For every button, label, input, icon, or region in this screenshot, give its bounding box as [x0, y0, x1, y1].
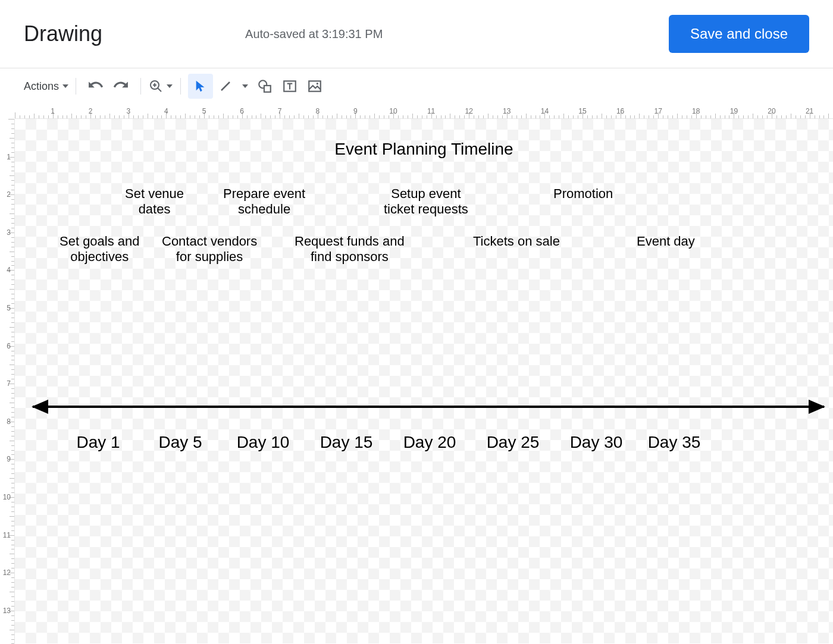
- caret-down-icon: [167, 84, 173, 88]
- redo-icon: [113, 78, 129, 94]
- workspace: 12345678910111213 Event Planning Timelin…: [0, 119, 833, 643]
- task-text: Set venue: [125, 186, 184, 201]
- task-event-day[interactable]: Event day: [637, 234, 695, 249]
- task-text: find sponsors: [311, 249, 389, 264]
- zoom-icon: [149, 79, 163, 93]
- day-label[interactable]: Day 35: [648, 433, 701, 452]
- task-text: Event day: [637, 234, 695, 249]
- task-request-funds[interactable]: Request funds and find sponsors: [295, 234, 405, 265]
- task-text: Setup event: [391, 186, 461, 201]
- actions-menu-button[interactable]: Actions: [24, 74, 68, 99]
- day-label[interactable]: Day 1: [76, 433, 120, 452]
- toolbar: Actions: [0, 68, 833, 104]
- autosave-status: Auto-saved at 3:19:31 PM: [245, 27, 383, 41]
- shape-tool-button[interactable]: [252, 74, 277, 99]
- separator: [140, 78, 141, 95]
- task-text: Contact vendors: [162, 234, 257, 249]
- select-tool-button[interactable]: [188, 74, 213, 99]
- zoom-button[interactable]: [148, 74, 173, 99]
- task-prepare-schedule[interactable]: Prepare event schedule: [223, 186, 305, 218]
- redo-button[interactable]: [108, 74, 133, 99]
- canvas-title[interactable]: Event Planning Timeline: [334, 140, 513, 159]
- image-tool-button[interactable]: [302, 74, 327, 99]
- horizontal-ruler[interactable]: 123456789101112131415161718192021: [15, 104, 833, 119]
- task-set-venue-dates[interactable]: Set venue dates: [125, 186, 184, 218]
- cursor-icon: [194, 80, 207, 93]
- task-text: Prepare event: [223, 186, 305, 201]
- task-text: schedule: [238, 202, 290, 216]
- arrow-line: [33, 406, 824, 408]
- drawing-canvas[interactable]: Event Planning Timeline Set venue dates …: [15, 119, 833, 643]
- svg-point-9: [317, 83, 318, 84]
- textbox-icon: [282, 78, 298, 94]
- line-tool-button[interactable]: [213, 74, 238, 99]
- svg-line-1: [158, 88, 161, 92]
- svg-line-4: [221, 82, 230, 90]
- task-text: Request funds and: [295, 234, 405, 249]
- task-setup-ticket-requests[interactable]: Setup event ticket requests: [384, 186, 468, 218]
- task-text: Set goals and: [60, 234, 140, 249]
- task-text: dates: [139, 202, 171, 216]
- separator: [180, 78, 181, 95]
- svg-rect-8: [309, 81, 321, 91]
- caret-down-icon: [62, 84, 68, 88]
- task-text: Promotion: [553, 186, 613, 201]
- task-promotion[interactable]: Promotion: [553, 186, 613, 202]
- dialog-header: Drawing Auto-saved at 3:19:31 PM Save an…: [0, 0, 833, 68]
- task-text: for supplies: [176, 249, 243, 264]
- day-label[interactable]: Day 10: [237, 433, 290, 452]
- task-contact-vendors[interactable]: Contact vendors for supplies: [162, 234, 257, 265]
- textbox-tool-button[interactable]: [277, 74, 302, 99]
- task-text: ticket requests: [384, 202, 468, 216]
- separator: [76, 78, 76, 95]
- day-label[interactable]: Day 15: [320, 433, 373, 452]
- save-and-close-button[interactable]: Save and close: [669, 15, 809, 53]
- svg-rect-6: [264, 86, 271, 92]
- task-set-goals[interactable]: Set goals and objectives: [60, 234, 140, 265]
- arrow-right-head-icon: [809, 400, 825, 414]
- shape-icon: [257, 78, 273, 94]
- day-label[interactable]: Day 5: [158, 433, 202, 452]
- actions-label: Actions: [24, 80, 61, 93]
- day-label[interactable]: Day 20: [403, 433, 456, 452]
- vertical-ruler[interactable]: 12345678910111213: [0, 119, 15, 643]
- task-text: objectives: [70, 249, 129, 264]
- undo-icon: [88, 78, 104, 94]
- task-tickets-on-sale[interactable]: Tickets on sale: [473, 234, 560, 249]
- line-icon: [218, 79, 233, 93]
- image-icon: [307, 78, 322, 94]
- undo-button[interactable]: [83, 74, 108, 99]
- main-area: 123456789101112131415161718192021 123456…: [0, 104, 833, 643]
- task-text: Tickets on sale: [473, 234, 560, 249]
- caret-down-icon: [242, 84, 248, 88]
- dialog-title: Drawing: [24, 21, 102, 46]
- line-tool-dropdown[interactable]: [238, 74, 252, 99]
- day-label[interactable]: Day 25: [487, 433, 540, 452]
- day-label[interactable]: Day 30: [570, 433, 623, 452]
